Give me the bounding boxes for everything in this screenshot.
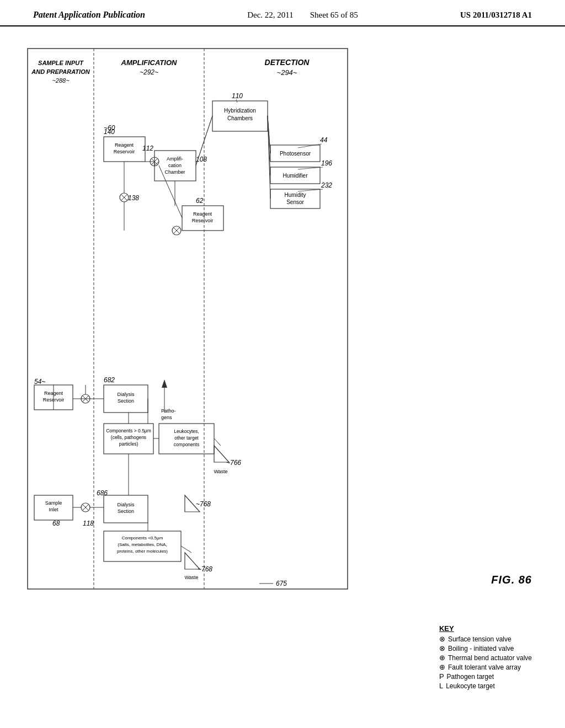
svg-text:Leukocytes,: Leukocytes, (174, 429, 199, 434)
patent-diagram: DETECTION ~294~ AMPLIFICATION ~292~ SAMP… (22, 43, 397, 622)
svg-text:Photosensor: Photosensor (280, 151, 311, 157)
key-text-6: Leukocyte target (446, 682, 495, 690)
svg-text:68: 68 (52, 520, 60, 527)
key-text-5: Pathogen target (447, 673, 494, 681)
svg-text:~766: ~766 (226, 459, 241, 467)
svg-text:Waste: Waste (184, 575, 198, 580)
key-text-2: Boiling - initiated valve (448, 645, 514, 652)
svg-text:Humidity: Humidity (285, 192, 306, 198)
svg-text:Humidifier: Humidifier (282, 173, 308, 179)
svg-marker-119 (162, 379, 167, 388)
svg-text:proteins, other molecules): proteins, other molecules) (117, 549, 168, 554)
key-item-6: L Leukocyte target (439, 682, 532, 690)
header-date: Dec. 22, 2011 (247, 10, 294, 20)
key-symbol-3: ⊕ (439, 654, 445, 662)
page-container: Patent Application Publication Dec. 22, … (0, 0, 565, 728)
svg-text:54~: 54~ (34, 378, 45, 386)
key-symbol-1: ⊗ (439, 635, 445, 643)
key-symbol-2: ⊗ (439, 644, 445, 652)
svg-text:components: components (174, 442, 199, 447)
svg-text:Section: Section (118, 508, 134, 514)
svg-text:Reagent: Reagent (115, 142, 134, 148)
svg-line-30 (268, 116, 270, 199)
svg-text:~60: ~60 (104, 124, 115, 132)
svg-text:~768: ~768 (198, 565, 212, 573)
page-header: Patent Application Publication Dec. 22, … (0, 0, 565, 26)
diagram-area: DETECTION ~294~ AMPLIFICATION ~292~ SAMP… (22, 43, 543, 708)
svg-line-114 (214, 438, 221, 446)
svg-text:138: 138 (128, 194, 139, 202)
svg-text:Chamber: Chamber (164, 169, 185, 175)
key-symbol-6: L (439, 682, 443, 690)
svg-line-115 (181, 546, 191, 553)
svg-text:44: 44 (320, 136, 328, 144)
svg-text:gens: gens (161, 415, 172, 420)
header-patent-number: US 2011/0312718 A1 (460, 10, 532, 20)
figure-label: FIG. 86 (491, 574, 532, 586)
svg-text:Hybridization: Hybridization (224, 108, 256, 114)
key-symbol-4: ⊕ (439, 663, 445, 671)
svg-line-18 (298, 144, 322, 148)
svg-text:SAMPLE INPUT: SAMPLE INPUT (38, 60, 84, 66)
svg-text:~294~: ~294~ (277, 68, 297, 77)
svg-text:~288~: ~288~ (52, 77, 70, 84)
key-item-3: ⊕ Thermal bend actuator valve (439, 654, 532, 662)
svg-text:686: 686 (97, 489, 108, 497)
header-sheet: Sheet 65 of 85 (310, 10, 358, 20)
svg-text:Patho-: Patho- (161, 408, 176, 414)
svg-text:62: 62 (196, 197, 204, 205)
svg-text:Reagent: Reagent (193, 211, 212, 217)
svg-text:Reservoir: Reservoir (192, 218, 214, 223)
svg-text:~768: ~768 (196, 500, 211, 508)
svg-text:particles): particles) (119, 441, 138, 447)
key-section: KEY ⊗ Surface tension valve ⊗ Boiling - … (439, 624, 532, 691)
svg-text:108: 108 (196, 156, 207, 163)
svg-text:(cells, pathogens: (cells, pathogens (111, 435, 146, 440)
header-publication-type: Patent Application Publication (33, 10, 145, 20)
key-item-5: P Pathogen target (439, 672, 532, 681)
key-item-1: ⊗ Surface tension valve (439, 635, 532, 643)
svg-text:196: 196 (321, 159, 332, 167)
svg-text:(Salts, metabolites, DNA,: (Salts, metabolites, DNA, (118, 542, 167, 547)
svg-text:682: 682 (104, 376, 115, 384)
svg-text:cation: cation (168, 163, 182, 168)
svg-text:110: 110 (232, 92, 243, 100)
key-title: KEY (439, 624, 532, 633)
key-item-2: ⊗ Boiling - initiated valve (439, 644, 532, 652)
header-center: Dec. 22, 2011 Sheet 65 of 85 (247, 10, 358, 20)
svg-text:Chambers: Chambers (227, 115, 253, 121)
svg-text:Waste: Waste (214, 469, 227, 474)
svg-text:Dialysis: Dialysis (117, 502, 135, 507)
key-text-4: Fault tolerant valve array (448, 663, 521, 671)
svg-text:Reservoir: Reservoir (114, 149, 135, 154)
svg-rect-0 (28, 49, 348, 589)
svg-text:118: 118 (83, 520, 94, 527)
svg-line-22 (298, 167, 323, 169)
svg-text:112: 112 (142, 144, 153, 152)
svg-text:Dialysis: Dialysis (117, 392, 135, 397)
svg-text:Amplifi-: Amplifi- (167, 156, 183, 162)
svg-text:232: 232 (321, 181, 332, 189)
svg-text:other target: other target (174, 435, 199, 441)
svg-text:Components > 0.5μm: Components > 0.5μm (106, 428, 151, 433)
svg-text:Sensor: Sensor (286, 199, 304, 205)
svg-text:675: 675 (276, 580, 287, 587)
svg-text:AND PREPARATION: AND PREPARATION (31, 68, 90, 75)
svg-text:~292~: ~292~ (140, 68, 158, 76)
main-content: DETECTION ~294~ AMPLIFICATION ~292~ SAMP… (0, 26, 565, 719)
svg-text:DETECTION: DETECTION (265, 58, 310, 67)
svg-line-27 (298, 189, 323, 191)
svg-text:Components <0.5μm: Components <0.5μm (122, 536, 163, 540)
svg-text:AMPLIFICATION: AMPLIFICATION (121, 58, 177, 67)
key-symbol-5: P (439, 672, 444, 681)
key-text-3: Thermal bend actuator valve (448, 654, 532, 662)
key-item-4: ⊕ Fault tolerant valve array (439, 663, 532, 671)
svg-text:Sample: Sample (45, 500, 62, 506)
svg-text:Section: Section (118, 398, 134, 404)
key-text-1: Surface tension valve (448, 635, 511, 643)
svg-text:Inlet: Inlet (49, 507, 58, 512)
